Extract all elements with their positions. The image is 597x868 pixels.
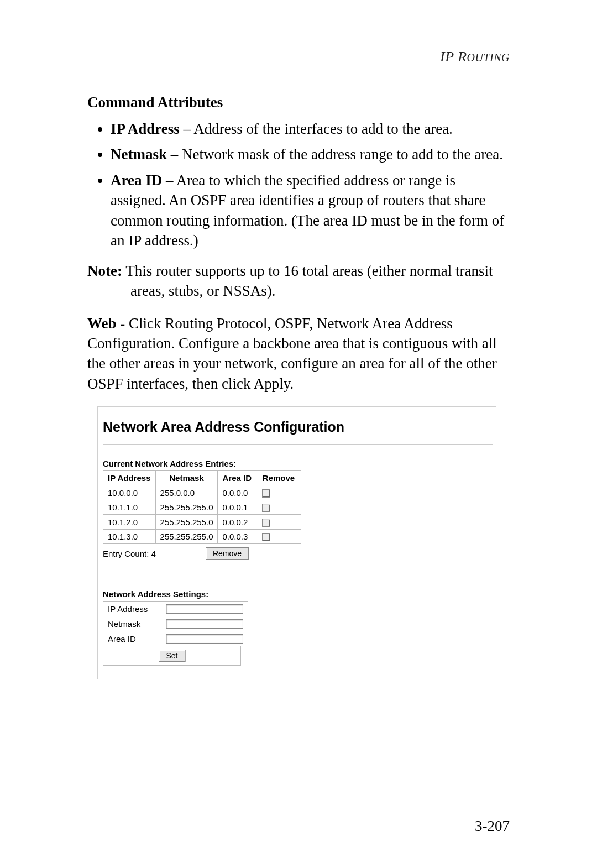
web-paragraph: Web - Click Routing Protocol, OSPF, Netw…	[87, 313, 510, 394]
settings-row: IP Address	[103, 602, 248, 616]
note: Note: This router supports up to 16 tota…	[87, 261, 510, 301]
settings-label-mask: Netmask	[103, 616, 161, 631]
settings-label-area: Area ID	[103, 631, 161, 646]
set-row: Set	[103, 646, 241, 666]
note-text: This router supports up to 16 total area…	[122, 263, 493, 299]
cell-area: 0.0.0.3	[218, 529, 256, 544]
table-row: 10.1.3.0 255.255.255.0 0.0.0.3	[103, 529, 301, 544]
cell-ip: 10.1.2.0	[103, 515, 156, 530]
settings-row: Netmask	[103, 616, 248, 631]
cell-remove	[256, 500, 301, 515]
settings-cell	[161, 616, 248, 631]
set-button[interactable]: Set	[159, 650, 185, 662]
header-text: IP ROUTING	[440, 49, 510, 65]
settings-cell	[161, 602, 248, 616]
table-row: 10.1.1.0 255.255.255.0 0.0.0.1	[103, 500, 301, 515]
note-label: Note:	[87, 263, 122, 279]
cell-area: 0.0.0.1	[218, 500, 256, 515]
divider	[103, 444, 493, 445]
settings-table: IP Address Netmask Area ID	[103, 601, 248, 646]
section-heading: Command Attributes	[87, 94, 510, 111]
remove-checkbox[interactable]	[262, 489, 270, 498]
cell-area: 0.0.0.0	[218, 485, 256, 500]
remove-checkbox[interactable]	[262, 533, 270, 541]
page-number: 3-207	[475, 818, 510, 835]
cell-remove	[256, 485, 301, 500]
list-item: Netmask – Network mask of the address ra…	[111, 144, 510, 164]
cell-ip: 10.1.3.0	[103, 529, 156, 544]
web-text: Click Routing Protocol, OSPF, Network Ar…	[87, 315, 497, 392]
col-remove: Remove	[256, 471, 301, 485]
cell-mask: 255.255.255.0	[155, 515, 218, 530]
attribute-list: IP Address – Address of the interfaces t…	[87, 119, 510, 251]
page: IP ROUTING Command Attributes IP Address…	[0, 0, 597, 868]
settings-label-ip: IP Address	[103, 602, 161, 616]
list-item: Area ID – Area to which the specified ad…	[111, 170, 510, 251]
cell-mask: 255.0.0.0	[155, 485, 218, 500]
col-areaid: Area ID	[218, 471, 256, 485]
desc: – Area to which the specified address or…	[111, 172, 504, 249]
area-id-input[interactable]	[166, 634, 243, 644]
table-row: 10.1.2.0 255.255.255.0 0.0.0.2	[103, 515, 301, 530]
col-ip: IP Address	[103, 471, 156, 485]
web-leader: Web -	[87, 315, 125, 332]
settings-row: Area ID	[103, 631, 248, 646]
netmask-input[interactable]	[166, 619, 243, 629]
cell-area: 0.0.0.2	[218, 515, 256, 530]
cell-ip: 10.1.1.0	[103, 500, 156, 515]
running-header: IP ROUTING	[87, 49, 510, 65]
cell-mask: 255.255.255.0	[155, 500, 218, 515]
list-item: IP Address – Address of the interfaces t…	[111, 119, 510, 139]
col-netmask: Netmask	[155, 471, 218, 485]
cell-remove	[256, 515, 301, 530]
cell-remove	[256, 529, 301, 544]
remove-button[interactable]: Remove	[206, 547, 249, 560]
config-panel: Network Area Address Configuration Curre…	[97, 406, 496, 679]
remove-checkbox[interactable]	[262, 504, 270, 512]
desc: – Network mask of the address range to a…	[167, 146, 503, 163]
term: Netmask	[111, 146, 167, 163]
term: Area ID	[111, 172, 162, 189]
entry-count: Entry Count: 4	[103, 549, 156, 558]
ip-address-input[interactable]	[166, 604, 243, 614]
settings-cell	[161, 631, 248, 646]
cell-mask: 255.255.255.0	[155, 529, 218, 544]
entries-table: IP Address Netmask Area ID Remove 10.0.0…	[103, 470, 301, 544]
settings-heading: Network Address Settings:	[103, 589, 493, 599]
panel-title: Network Area Address Configuration	[103, 419, 493, 435]
table-row: 10.0.0.0 255.0.0.0 0.0.0.0	[103, 485, 301, 500]
desc: – Address of the interfaces to add to th…	[180, 121, 453, 137]
entries-footer: Entry Count: 4 Remove	[103, 547, 493, 560]
term: IP Address	[111, 121, 180, 137]
entries-heading: Current Network Address Entries:	[103, 459, 493, 468]
cell-ip: 10.0.0.0	[103, 485, 156, 500]
remove-checkbox[interactable]	[262, 519, 270, 527]
table-header-row: IP Address Netmask Area ID Remove	[103, 471, 301, 485]
